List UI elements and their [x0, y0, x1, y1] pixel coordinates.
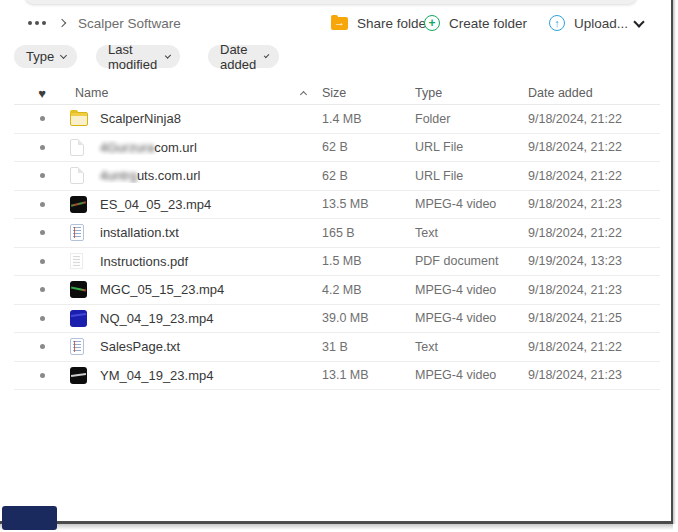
favorite-dot-icon[interactable]	[40, 316, 45, 321]
table-header: ♥ Name Size Type Date added	[14, 82, 660, 105]
breadcrumb-current-folder[interactable]: Scalper Software	[78, 16, 181, 31]
pdf-thumbnail-icon	[70, 253, 83, 269]
file-name: 4untrguts.com.url	[97, 168, 322, 183]
video-thumbnail-icon	[70, 196, 87, 213]
filter-date-added-label: Date added	[220, 42, 258, 72]
file-type: PDF document	[415, 254, 528, 268]
file-date-added: 9/18/2024, 21:22	[528, 340, 660, 354]
favorite-dot-icon[interactable]	[40, 230, 45, 235]
table-row[interactable]: YM_04_19_23.mp4 13.1 MB MPEG-4 video 9/1…	[14, 362, 660, 391]
chevron-right-icon	[58, 19, 66, 27]
window-shadow-right	[673, 0, 676, 524]
create-folder-button[interactable]: + Create folder	[424, 8, 527, 38]
folder-icon	[70, 112, 88, 126]
table-row[interactable]: ES_04_05_23.mp4 13.5 MB MPEG-4 video 9/1…	[14, 191, 660, 220]
share-folder-label: Share folder	[357, 16, 431, 31]
video-thumbnail-icon	[70, 367, 87, 384]
file-name: 4Gurzuracom.url	[97, 140, 322, 155]
upload-dropdown-button[interactable]	[635, 8, 643, 38]
favorite-dot-icon[interactable]	[40, 259, 45, 264]
table-row[interactable]: Instructions.pdf 1.5 MB PDF document 9/1…	[14, 248, 660, 277]
file-date-added: 9/19/2024, 13:23	[528, 254, 660, 268]
file-date-added: 9/18/2024, 21:22	[528, 169, 660, 183]
file-name: SalesPage.txt	[97, 339, 322, 354]
video-thumbnail-icon	[70, 310, 87, 327]
file-date-added: 9/18/2024, 21:23	[528, 197, 660, 211]
column-header-size[interactable]: Size	[322, 86, 415, 100]
column-header-name[interactable]: Name	[70, 86, 322, 100]
filter-type-chip[interactable]: Type	[14, 45, 77, 68]
file-date-added: 9/18/2024, 21:23	[528, 368, 660, 382]
file-size: 1.4 MB	[322, 112, 415, 126]
chevron-down-icon	[164, 52, 170, 58]
video-thumbnail-icon	[70, 281, 87, 298]
bottom-left-navy-box	[2, 506, 57, 530]
favorite-dot-icon[interactable]	[40, 173, 45, 178]
search-bar-cutoff[interactable]	[25, 0, 637, 4]
file-manager-window: Scalper Software Share folder + Create f…	[0, 0, 678, 532]
file-date-added: 9/18/2024, 21:22	[528, 112, 660, 126]
ellipsis-menu-icon[interactable]	[28, 18, 46, 28]
file-type: MPEG-4 video	[415, 311, 528, 325]
file-date-added: 9/18/2024, 21:23	[528, 283, 660, 297]
file-size: 13.5 MB	[322, 197, 415, 211]
file-size: 62 B	[322, 169, 415, 183]
favorite-dot-icon[interactable]	[40, 202, 45, 207]
table-row[interactable]: installation.txt 165 B Text 9/18/2024, 2…	[14, 219, 660, 248]
file-table: ♥ Name Size Type Date added ScalperNinja…	[14, 82, 660, 390]
column-header-date-added[interactable]: Date added	[528, 86, 660, 100]
plus-circle-icon: +	[424, 15, 440, 31]
file-name: YM_04_19_23.mp4	[97, 368, 322, 383]
upload-button[interactable]: ↑ Upload...	[549, 8, 628, 38]
favorite-dot-icon[interactable]	[40, 145, 45, 150]
column-header-favorite[interactable]: ♥	[14, 87, 70, 100]
file-size: 62 B	[322, 140, 415, 154]
heart-icon: ♥	[38, 87, 46, 100]
file-type: URL File	[415, 169, 528, 183]
file-size: 13.1 MB	[322, 368, 415, 382]
redacted-text: 4Gurzura	[100, 140, 154, 155]
sort-ascending-icon	[300, 91, 307, 98]
file-date-added: 9/18/2024, 21:25	[528, 311, 660, 325]
table-row[interactable]: ScalperNinja8 1.4 MB Folder 9/18/2024, 2…	[14, 105, 660, 134]
file-size: 39.0 MB	[322, 311, 415, 325]
share-folder-icon	[331, 17, 348, 30]
chevron-down-icon	[264, 52, 270, 58]
file-name: MGC_05_15_23.mp4	[97, 282, 322, 297]
file-name: ScalperNinja8	[97, 111, 322, 126]
toolbar: Scalper Software Share folder + Create f…	[0, 8, 660, 38]
file-size: 1.5 MB	[322, 254, 415, 268]
table-row[interactable]: NQ_04_19_23.mp4 39.0 MB MPEG-4 video 9/1…	[14, 305, 660, 334]
chevron-down-icon	[633, 16, 644, 27]
table-row[interactable]: SalesPage.txt 31 B Text 9/18/2024, 21:22	[14, 333, 660, 362]
upload-label: Upload...	[574, 16, 628, 31]
window-shadow-bottom	[0, 524, 673, 530]
file-type: MPEG-4 video	[415, 197, 528, 211]
file-type: Folder	[415, 112, 528, 126]
filter-last-modified-chip[interactable]: Last modified	[96, 45, 180, 68]
table-body: ScalperNinja8 1.4 MB Folder 9/18/2024, 2…	[14, 105, 660, 390]
file-name: installation.txt	[97, 225, 322, 240]
file-type: MPEG-4 video	[415, 368, 528, 382]
share-folder-button[interactable]: Share folder	[331, 8, 431, 38]
chevron-down-icon	[60, 51, 67, 58]
url-file-icon	[70, 167, 84, 184]
column-header-type[interactable]: Type	[415, 86, 528, 100]
table-row[interactable]: 4Gurzuracom.url 62 B URL File 9/18/2024,…	[14, 134, 660, 163]
upload-circle-icon: ↑	[549, 15, 565, 31]
breadcrumb: Scalper Software	[28, 8, 181, 38]
file-name: Instructions.pdf	[97, 254, 322, 269]
file-type: URL File	[415, 140, 528, 154]
file-size: 31 B	[322, 340, 415, 354]
file-size: 4.2 MB	[322, 283, 415, 297]
table-row[interactable]: 4untrguts.com.url 62 B URL File 9/18/202…	[14, 162, 660, 191]
favorite-dot-icon[interactable]	[40, 287, 45, 292]
favorite-dot-icon[interactable]	[40, 344, 45, 349]
filter-last-modified-label: Last modified	[108, 42, 159, 72]
file-date-added: 9/18/2024, 21:22	[528, 226, 660, 240]
favorite-dot-icon[interactable]	[40, 116, 45, 121]
table-row[interactable]: MGC_05_15_23.mp4 4.2 MB MPEG-4 video 9/1…	[14, 276, 660, 305]
filter-date-added-chip[interactable]: Date added	[208, 45, 279, 68]
redacted-text: 4untrg	[100, 168, 137, 183]
favorite-dot-icon[interactable]	[40, 373, 45, 378]
